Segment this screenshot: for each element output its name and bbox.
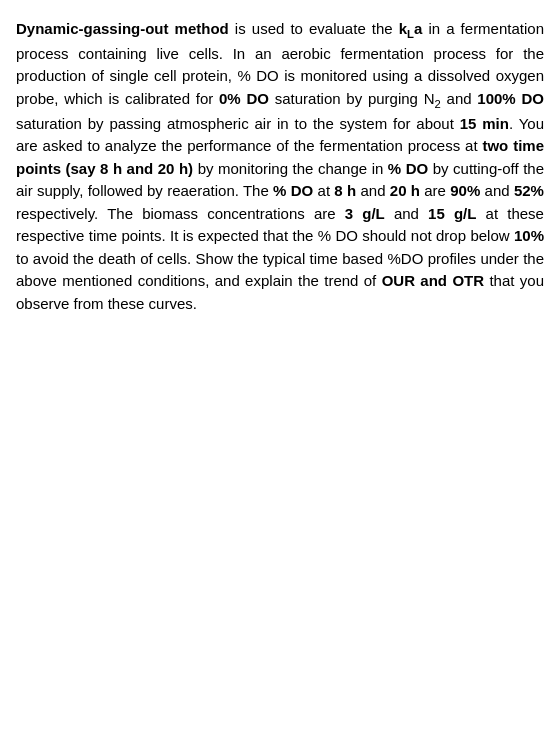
main-paragraph: Dynamic-gassing-out method is used to ev… xyxy=(16,18,544,315)
main-content: Dynamic-gassing-out method is used to ev… xyxy=(0,0,560,333)
text-dynamic-gassing: Dynamic-gassing-out method is used to ev… xyxy=(16,20,544,312)
